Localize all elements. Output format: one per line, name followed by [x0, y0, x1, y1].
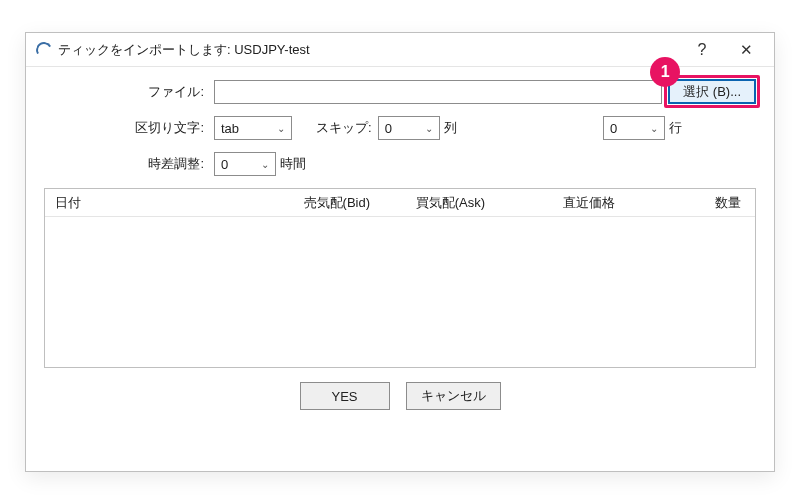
chevron-down-icon: ⌄ — [261, 159, 269, 170]
delimiter-label: 区切り文字: — [44, 119, 214, 137]
dialog-window: ティックをインポートします: USDJPY-test ? ✕ ファイル: 選択 … — [25, 32, 775, 472]
preview-table: 日付 売気配(Bid) 買気配(Ask) 直近価格 数量 — [44, 188, 756, 368]
col-last: 直近価格 — [485, 194, 615, 212]
file-input[interactable] — [214, 80, 662, 104]
skip-cols-select[interactable]: 0 ⌄ — [378, 116, 440, 140]
col-bid: 売気配(Bid) — [255, 194, 370, 212]
columns-suffix: 列 — [444, 119, 457, 137]
dialog-footer: YES キャンセル — [44, 368, 756, 410]
rows-suffix: 行 — [669, 119, 682, 137]
yes-button[interactable]: YES — [300, 382, 390, 410]
time-offset-select[interactable]: 0 ⌄ — [214, 152, 276, 176]
close-button[interactable]: ✕ — [724, 34, 768, 66]
delimiter-select[interactable]: tab ⌄ — [214, 116, 292, 140]
chevron-down-icon: ⌄ — [277, 123, 285, 134]
window-title: ティックをインポートします: USDJPY-test — [58, 41, 310, 59]
dialog-content: ファイル: 選択 (B)... 1 区切り文字: tab ⌄ スキップ: 0 ⌄… — [26, 67, 774, 418]
col-volume: 数量 — [615, 194, 745, 212]
chevron-down-icon: ⌄ — [650, 123, 658, 134]
skip-label: スキップ: — [316, 119, 372, 137]
skip-rows-select[interactable]: 0 ⌄ — [603, 116, 665, 140]
table-header: 日付 売気配(Bid) 買気配(Ask) 直近価格 数量 — [45, 189, 755, 217]
help-button[interactable]: ? — [680, 34, 724, 66]
browse-button[interactable]: 選択 (B)... — [668, 79, 756, 104]
col-ask: 買気配(Ask) — [370, 194, 485, 212]
file-label: ファイル: — [44, 83, 214, 101]
close-icon: ✕ — [740, 41, 753, 59]
title-bar: ティックをインポートします: USDJPY-test ? ✕ — [26, 33, 774, 67]
hours-suffix: 時間 — [280, 155, 306, 173]
chevron-down-icon: ⌄ — [425, 123, 433, 134]
help-icon: ? — [698, 41, 707, 59]
col-date: 日付 — [55, 194, 255, 212]
cancel-button[interactable]: キャンセル — [406, 382, 501, 410]
app-icon — [36, 42, 52, 58]
time-adjust-label: 時差調整: — [44, 155, 214, 173]
